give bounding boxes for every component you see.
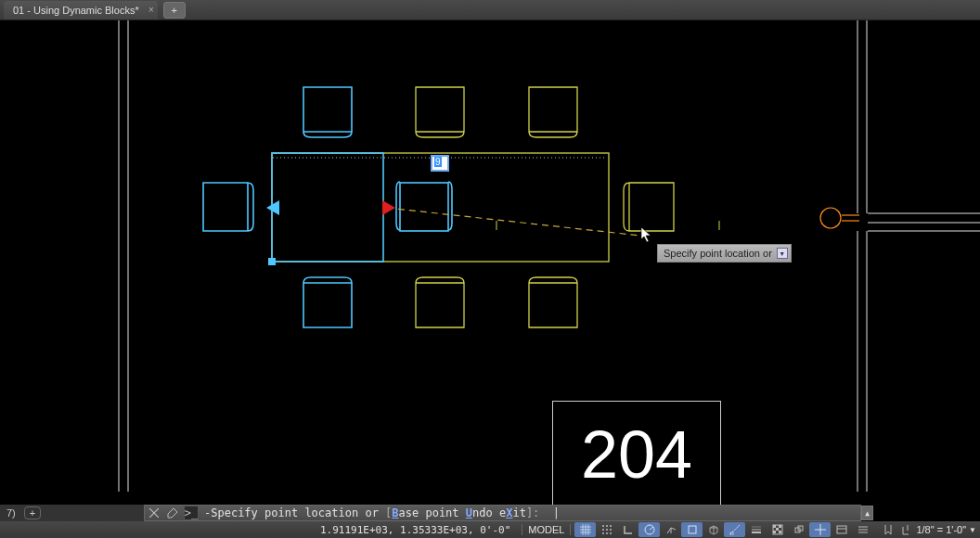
osnap-toggle-icon[interactable]: [681, 522, 703, 537]
svg-point-9: [820, 208, 841, 228]
svg-point-35: [610, 529, 612, 531]
svg-point-31: [606, 525, 608, 527]
svg-rect-41: [689, 526, 696, 533]
svg-point-34: [606, 529, 608, 531]
svg-rect-50: [776, 528, 779, 531]
dropdown-icon[interactable]: ▼: [777, 248, 788, 259]
polar-toggle-icon[interactable]: [638, 522, 660, 537]
svg-rect-51: [773, 531, 776, 533]
otrack-toggle-icon[interactable]: [724, 522, 745, 537]
svg-point-37: [606, 532, 608, 534]
svg-rect-13: [272, 153, 383, 262]
close-panel-icon[interactable]: [147, 506, 161, 520]
svg-line-40: [671, 528, 676, 530]
scroll-up-icon[interactable]: ▴: [861, 506, 873, 520]
svg-point-33: [602, 529, 604, 531]
lineweight-toggle-icon[interactable]: [745, 522, 767, 537]
3dosnap-toggle-icon[interactable]: [703, 522, 724, 537]
svg-point-38: [610, 532, 612, 534]
drawing-canvas[interactable]: 9 Specify point location or ▼ 204: [0, 20, 980, 492]
svg-marker-19: [382, 200, 395, 215]
selection-cycling-icon[interactable]: [788, 522, 809, 537]
quick-properties-icon[interactable]: [831, 522, 852, 537]
svg-point-30: [602, 525, 604, 527]
dynamic-input-toggle-icon[interactable]: [809, 522, 831, 537]
status-right-group: 1/8" = 1'-0" ▼: [881, 524, 976, 535]
svg-rect-48: [773, 525, 776, 528]
svg-rect-57: [837, 526, 846, 533]
svg-rect-52: [779, 531, 781, 533]
command-text: -Specify point location or [Base point U…: [204, 506, 560, 519]
isodraft-toggle-icon[interactable]: [660, 522, 681, 537]
tooltip-text: Specify point location or: [664, 248, 772, 259]
grid-toggle-icon[interactable]: [574, 522, 596, 537]
annotation-scale-value[interactable]: 1/8" = 1'-0": [916, 524, 966, 535]
status-toggle-group: [574, 522, 873, 537]
drawing-svg: [0, 20, 980, 492]
ortho-toggle-icon[interactable]: [617, 522, 638, 537]
document-tab[interactable]: 01 - Using Dynamic Blocks* ×: [4, 1, 158, 19]
customize-status-icon[interactable]: [852, 522, 873, 537]
command-line[interactable]: >_ -Specify point location or [Base poin…: [144, 505, 861, 521]
tab-label: 01 - Using Dynamic Blocks*: [13, 5, 139, 16]
svg-rect-21: [268, 258, 276, 265]
add-tab-button[interactable]: +: [163, 2, 186, 19]
cursor-icon: [640, 226, 653, 243]
customize-icon[interactable]: [165, 506, 180, 520]
svg-line-42: [730, 525, 740, 534]
room-number-label: 204: [552, 401, 721, 507]
svg-rect-14: [400, 183, 448, 231]
svg-point-36: [602, 532, 604, 534]
dropdown-icon[interactable]: ▼: [969, 526, 976, 534]
layout-tabs: 7) +: [0, 505, 144, 521]
tab-bar: 01 - Using Dynamic Blocks* × +: [0, 0, 980, 20]
close-icon[interactable]: ×: [148, 5, 154, 15]
add-layout-button[interactable]: +: [24, 506, 41, 519]
snap-toggle-icon[interactable]: [596, 522, 617, 537]
layout-tab-7[interactable]: 7): [4, 507, 19, 519]
dynamic-input[interactable]: 9: [432, 157, 447, 170]
svg-marker-20: [266, 200, 279, 215]
model-space-button[interactable]: MODEL: [522, 524, 571, 535]
annotation-scale-icon[interactable]: [881, 524, 896, 535]
status-bar: 1.91191E+03, 1.35333E+03, 0'-0" MODEL 1/…: [0, 521, 980, 538]
command-prompt-icon: >_: [184, 506, 199, 520]
svg-point-32: [610, 525, 612, 527]
annotation-visibility-icon[interactable]: [898, 524, 913, 535]
coordinate-readout: 1.91191E+03, 1.35333E+03, 0'-0": [320, 524, 510, 536]
transparency-toggle-icon[interactable]: [767, 522, 788, 537]
svg-rect-49: [779, 525, 781, 528]
command-tooltip: Specify point location or ▼: [657, 244, 792, 263]
